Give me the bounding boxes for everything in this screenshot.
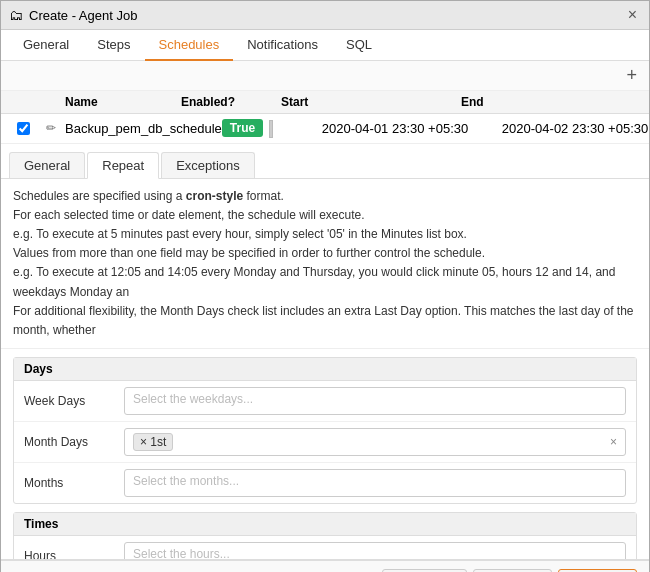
month-days-input[interactable]: × 1st × <box>124 428 626 456</box>
hours-input[interactable]: Select the hours... <box>124 542 626 559</box>
inner-tab-exceptions[interactable]: Exceptions <box>161 152 255 178</box>
month-days-row: Month Days × 1st × <box>14 422 636 463</box>
toolbar-row: + <box>1 61 649 91</box>
months-row: Months Select the months... <box>14 463 636 503</box>
add-button[interactable]: + <box>622 65 641 86</box>
months-input[interactable]: Select the months... <box>124 469 626 497</box>
col-start: Start <box>281 95 461 109</box>
cancel-button[interactable]: ✕ Cancel <box>382 569 467 572</box>
row-start: 2020-04-01 23:30 +05:30 <box>322 121 502 136</box>
main-tab-bar: General Steps Schedules Notifications SQ… <box>1 30 649 61</box>
row-end: 2020-04-02 23:30 +05:30 <box>502 121 650 136</box>
row-checkbox[interactable] <box>9 122 37 135</box>
tab-schedules[interactable]: Schedules <box>145 30 234 61</box>
footer: ℹ ? ✕ Cancel ↻ Reset 💾 Save <box>1 559 649 572</box>
week-days-row: Week Days Select the weekdays... <box>14 381 636 422</box>
tab-steps[interactable]: Steps <box>83 30 144 61</box>
month-days-tag: × 1st <box>133 433 173 451</box>
col-enabled: Enabled? <box>181 95 281 109</box>
save-button[interactable]: 💾 Save <box>558 569 637 572</box>
week-days-label: Week Days <box>24 394 114 408</box>
inner-tab-bar: General Repeat Exceptions <box>1 144 649 179</box>
title-bar: 🗂 Create - Agent Job × <box>1 1 649 30</box>
days-section: Days Week Days Select the weekdays... Mo… <box>13 357 637 504</box>
month-days-label: Month Days <box>24 435 114 449</box>
dialog-window: 🗂 Create - Agent Job × General Steps Sch… <box>0 0 650 572</box>
hours-row: Hours Select the hours... <box>14 536 636 559</box>
cron-style-text: cron-style <box>186 189 243 203</box>
tag-remove-icon[interactable]: × <box>610 435 617 449</box>
inner-tab-general[interactable]: General <box>9 152 85 178</box>
tab-notifications[interactable]: Notifications <box>233 30 332 61</box>
info-text-block: Schedules are specified using a cron-sty… <box>1 179 649 350</box>
times-section-title: Times <box>14 513 636 536</box>
close-button[interactable]: × <box>624 6 641 24</box>
enabled-badge: True <box>222 119 263 137</box>
col-end: End <box>461 95 641 109</box>
row-name: Backup_pem_db_schedule <box>65 121 222 136</box>
footer-right: ✕ Cancel ↻ Reset 💾 Save <box>382 569 637 572</box>
dialog-title: 🗂 Create - Agent Job <box>9 7 137 23</box>
table-header: Name Enabled? Start End <box>1 91 649 114</box>
hours-label: Hours <box>24 549 114 559</box>
briefcase-icon: 🗂 <box>9 7 23 23</box>
pencil-icon[interactable]: ✏ <box>46 121 56 135</box>
week-days-placeholder: Select the weekdays... <box>133 392 253 406</box>
row-edit-icon[interactable]: ✏ <box>37 121 65 135</box>
days-section-title: Days <box>14 358 636 381</box>
dialog-title-text: Create - Agent Job <box>29 8 137 23</box>
tag-text: × 1st <box>140 435 166 449</box>
tab-general[interactable]: General <box>9 30 83 61</box>
table-row[interactable]: ✏ Backup_pem_db_schedule True 2020-04-01… <box>1 114 649 144</box>
inner-tab-repeat[interactable]: Repeat <box>87 152 159 179</box>
row-enabled: True <box>222 119 322 138</box>
tab-sql[interactable]: SQL <box>332 30 386 61</box>
times-section: Times Hours Select the hours... Minutes … <box>13 512 637 559</box>
row-checkbox-input[interactable] <box>17 122 30 135</box>
months-label: Months <box>24 476 114 490</box>
months-placeholder: Select the months... <box>133 474 239 488</box>
col-name: Name <box>65 95 181 109</box>
reset-button[interactable]: ↻ Reset <box>473 569 552 572</box>
scroll-content: Schedules are specified using a cron-sty… <box>1 179 649 559</box>
hours-placeholder: Select the hours... <box>133 547 230 559</box>
week-days-input[interactable]: Select the weekdays... <box>124 387 626 415</box>
